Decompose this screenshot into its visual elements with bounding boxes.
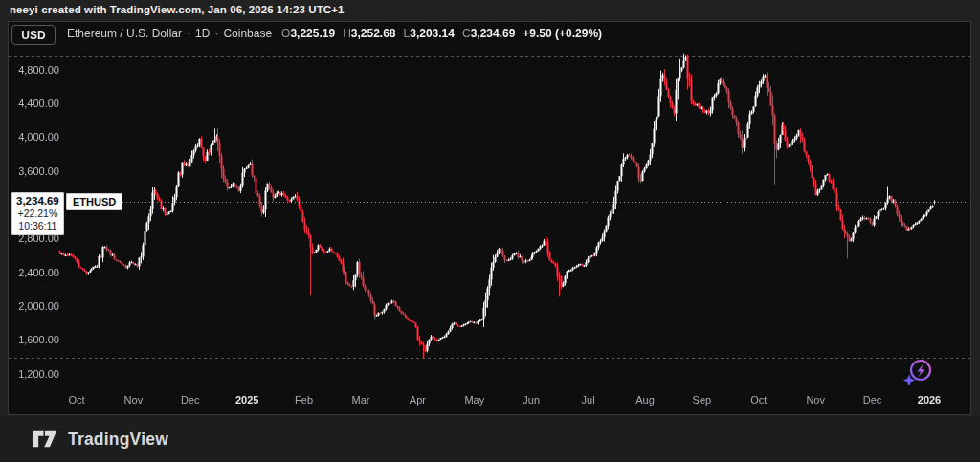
change-label: +9.50 (+0.29%) bbox=[523, 27, 602, 40]
price-tick-label: 3,600.00 bbox=[13, 165, 59, 177]
time-tick-label: Nov bbox=[124, 394, 144, 406]
time-tick-label: Nov bbox=[806, 394, 825, 406]
bar-countdown: 10:36:11 bbox=[16, 220, 59, 232]
ohlc-H: H3,252.68 bbox=[343, 27, 395, 40]
time-tick-label: 2025 bbox=[235, 394, 258, 406]
time-tick-label: Apr bbox=[410, 394, 426, 406]
time-tick-label: May bbox=[464, 394, 484, 406]
time-tick-label: Mar bbox=[352, 394, 370, 406]
ohlc-O: O3,225.19 bbox=[281, 27, 335, 40]
last-price-label: 3,234.69 +22.21% 10:36:11 bbox=[11, 192, 64, 235]
price-tick-label: 2,000.00 bbox=[13, 300, 59, 312]
time-tick-label: Jun bbox=[523, 394, 540, 406]
price-tick-label: 1,200.00 bbox=[13, 368, 59, 380]
candlestick-chart[interactable] bbox=[0, 0, 980, 462]
time-tick-label: Feb bbox=[295, 394, 313, 406]
price-tick-label: 4,400.00 bbox=[13, 98, 59, 109]
tradingview-snapshot: neeyi created with TradingView.com, Jan … bbox=[0, 0, 980, 462]
lightning-boost-icon[interactable] bbox=[898, 355, 936, 387]
time-tick-label: Dec bbox=[181, 394, 200, 406]
tradingview-wordmark: TradingView bbox=[68, 429, 168, 450]
tradingview-logo[interactable]: TradingView bbox=[32, 429, 168, 450]
interval-label[interactable]: 1D bbox=[195, 27, 210, 40]
symbol-price-tag: ETHUSD bbox=[66, 193, 122, 210]
exchange-label: Coinbase bbox=[223, 27, 272, 40]
ohlc-values: O3,225.19H3,252.68L3,203.14C3,234.69 bbox=[281, 27, 523, 40]
symbol-title[interactable]: Ethereum / U.S. Dollar bbox=[67, 27, 182, 40]
time-tick-label: Oct bbox=[68, 394, 84, 406]
tradingview-logo-icon bbox=[32, 429, 57, 449]
time-tick-label: Oct bbox=[750, 394, 767, 406]
time-tick-label: Sep bbox=[693, 394, 712, 406]
price-tick-label: 1,600.00 bbox=[13, 334, 59, 345]
ohlc-L: L3,203.14 bbox=[404, 27, 455, 40]
last-price-change-percent: +22.21% bbox=[16, 208, 59, 220]
time-tick-label: 2026 bbox=[918, 394, 941, 406]
time-tick-label: Jul bbox=[582, 394, 595, 406]
price-tick-label: 4,800.00 bbox=[13, 64, 59, 76]
legend-separator: · bbox=[187, 27, 190, 40]
time-tick-label: Aug bbox=[635, 394, 655, 406]
footer-bar: TradingView bbox=[0, 416, 980, 462]
ohlc-C: C3,234.69 bbox=[462, 27, 515, 40]
legend-separator: · bbox=[214, 27, 218, 40]
time-tick-label: Dec bbox=[863, 394, 882, 406]
price-tick-label: 2,400.00 bbox=[13, 267, 59, 278]
price-tick-label: 4,000.00 bbox=[13, 131, 59, 143]
last-price-value: 3,234.69 bbox=[16, 194, 59, 208]
currency-toggle-button[interactable]: USD bbox=[11, 25, 56, 45]
